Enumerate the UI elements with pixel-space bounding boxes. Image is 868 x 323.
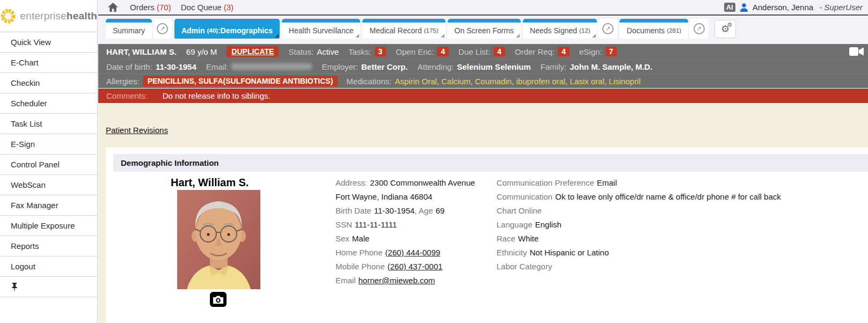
detail-value: 11-30-1954 (374, 206, 415, 215)
duplicate-badge[interactable]: DUPLICATE (227, 46, 279, 57)
medication-link[interactable]: Aspirin Oral (395, 77, 437, 86)
orders-link[interactable]: Orders (70) (130, 3, 171, 12)
detail-label: Address: (335, 178, 367, 187)
sunburst-logo-icon (0, 5, 16, 27)
detail-label: SSN (335, 220, 352, 229)
patient-banner-row-3: Allergies: PENICILLINS, SULFA(SULFONAMID… (98, 74, 868, 88)
detail-label: , Age (414, 206, 433, 215)
medication-link[interactable]: Lisinopril (609, 77, 640, 86)
tab-documents[interactable]: Documents(281) (619, 19, 688, 39)
detail-link[interactable]: (260) 437-0001 (388, 262, 443, 271)
dob-label: Date of birth: (106, 62, 152, 71)
patient-banner-row-2: Date of birth: 11-30-1954 Email: Employe… (98, 59, 868, 74)
user-icon (739, 3, 749, 12)
tab-admin-demographics[interactable]: Admin(40):Demographics (174, 19, 280, 39)
sidebar-item-reports[interactable]: Reports (0, 236, 97, 256)
tab-settings-button[interactable]: ⚙⚙ (714, 20, 736, 38)
sidebar-item-fax-manager[interactable]: Fax Manager (0, 195, 97, 216)
user-role: - SuperUser (819, 3, 863, 12)
tasks-label: Tasks: (348, 47, 371, 56)
allergies-label: Allergies: (106, 77, 140, 86)
sidebar-item-e-chart[interactable]: E-Chart (0, 53, 97, 73)
detail-row: Labor Category (497, 260, 868, 274)
doc-queue-link[interactable]: Doc Queue (3) (181, 3, 234, 12)
sidebar-item-logout[interactable]: Logout (0, 256, 97, 277)
attending-value: Selenium Selenium (457, 62, 531, 71)
chart-tab-bar: Summary ↗ Admin(40):Demographics Health … (98, 16, 868, 44)
patient-banner-row-1: HART, WILLIAM S. 69 y/o M DUPLICATE Stat… (98, 44, 868, 59)
tab-health-surveillance[interactable]: Health Surveillance (282, 19, 361, 39)
medication-link[interactable]: Lasix oral (570, 77, 604, 86)
detail-row: Communication PreferenceEmail (497, 176, 868, 190)
home-icon[interactable] (108, 3, 118, 12)
summary-external-button[interactable]: ↗ (153, 19, 172, 39)
user-menu[interactable]: Anderson, Jenna (753, 3, 813, 12)
attending-label: Attending: (418, 62, 454, 71)
patient-revisions-link[interactable]: Patient Revisions (106, 126, 168, 135)
medication-link[interactable]: Calcium (441, 77, 470, 86)
detail-row: RaceWhite (497, 232, 868, 246)
detail-row: SSN111-11-1111 (335, 218, 497, 232)
detail-label: Sex (335, 234, 349, 243)
sidebar-item-quick-view[interactable]: Quick View (0, 32, 97, 53)
esign-count-badge[interactable]: 7 (606, 47, 617, 56)
detail-row: EthnicityNot Hispanic or Latino (497, 246, 868, 260)
enterprise-health-logo: enterprisehealth (0, 0, 98, 32)
due-list-count-badge[interactable]: 4 (493, 47, 505, 56)
detail-value: Ok to leave only office/dr name & office… (555, 192, 781, 201)
sidebar-item-e-sign[interactable]: E-Sign (0, 134, 97, 155)
detail-row: Fort Wayne, Indiana 46804 (335, 190, 497, 204)
employer-value: Better Corp. (361, 62, 408, 71)
main-content: Patient Revisions Demographic Informatio… (98, 103, 868, 323)
sidebar-item-multiple-exposure[interactable]: Multiple Exposure (0, 216, 97, 236)
sidebar-item-task-list[interactable]: Task List (0, 114, 97, 134)
detail-label: Communication (497, 192, 552, 201)
sidebar-item-webscan[interactable]: WebScan (0, 175, 97, 195)
sidebar: Quick ViewE-ChartCheckinSchedulerTask Li… (0, 32, 98, 323)
details-right: Communication PreferenceEmailCommunicati… (497, 176, 868, 274)
order-req-label: Order Req: (515, 47, 555, 56)
top-bar: Orders (70) Doc Queue (3) AI Anderson, J… (98, 0, 868, 16)
detail-link[interactable]: (260) 444-0099 (385, 248, 441, 257)
status-label: Status: (288, 47, 313, 56)
sidebar-item-checkin[interactable]: Checkin (0, 73, 97, 93)
dob-value: 11-30-1954 (156, 62, 196, 71)
section-title: Demographic Information (113, 154, 868, 172)
tab-medical-record[interactable]: Medical Record(175) (362, 19, 445, 39)
needs-signed-external-button[interactable]: ↗ (598, 19, 617, 39)
detail-label: Race (497, 234, 515, 243)
tab-on-screen-forms[interactable]: On Screen Forms (448, 19, 521, 39)
medication-link[interactable]: ibuprofen oral (516, 77, 565, 86)
detail-value: 111-11-1111 (355, 220, 397, 229)
detail-value: White (518, 234, 538, 243)
pushpin-icon (11, 283, 18, 291)
medication-link[interactable]: Coumadin (475, 77, 512, 86)
patient-display-name: Hart, William S. (171, 177, 249, 189)
sidebar-item-control-panel[interactable]: Control Panel (0, 155, 97, 175)
email-redacted-value (231, 63, 312, 70)
detail-value: 2300 Commonwealth Avenue (370, 178, 475, 187)
sidebar-menu: Quick ViewE-ChartCheckinSchedulerTask Li… (0, 32, 97, 277)
tasks-count-badge[interactable]: 3 (375, 47, 386, 56)
change-photo-button[interactable] (210, 292, 227, 307)
detail-label: Mobile Phone (335, 262, 385, 271)
medications-label: Medications: (346, 77, 391, 86)
sidebar-item-scheduler[interactable]: Scheduler (0, 93, 97, 114)
detail-row: Home Phone(260) 444-0099 (335, 246, 497, 260)
video-camera-button[interactable] (849, 47, 864, 56)
patient-age-sex: 69 y/o M (186, 47, 217, 56)
external-link-icon: ↗ (157, 23, 168, 34)
detail-value: Male (352, 234, 370, 243)
allergies-badge[interactable]: PENICILLINS, SULFA(SULFONAMIDE ANTIBIOTI… (143, 76, 338, 86)
open-enc-count-badge[interactable]: 4 (437, 47, 449, 56)
detail-row: SexMale (335, 232, 497, 246)
sidebar-pin-toggle[interactable] (0, 277, 97, 297)
video-camera-icon (849, 47, 864, 56)
due-list-label: Due List: (458, 47, 490, 56)
order-req-count-badge[interactable]: 4 (558, 47, 570, 56)
ai-badge[interactable]: AI (724, 3, 735, 12)
tab-summary[interactable]: Summary (106, 19, 152, 39)
detail-link[interactable]: horner@mieweb.com (359, 276, 435, 285)
tab-needs-signed[interactable]: Needs Signed(12) (523, 19, 597, 39)
documents-external-button[interactable]: ↗ (689, 19, 709, 39)
